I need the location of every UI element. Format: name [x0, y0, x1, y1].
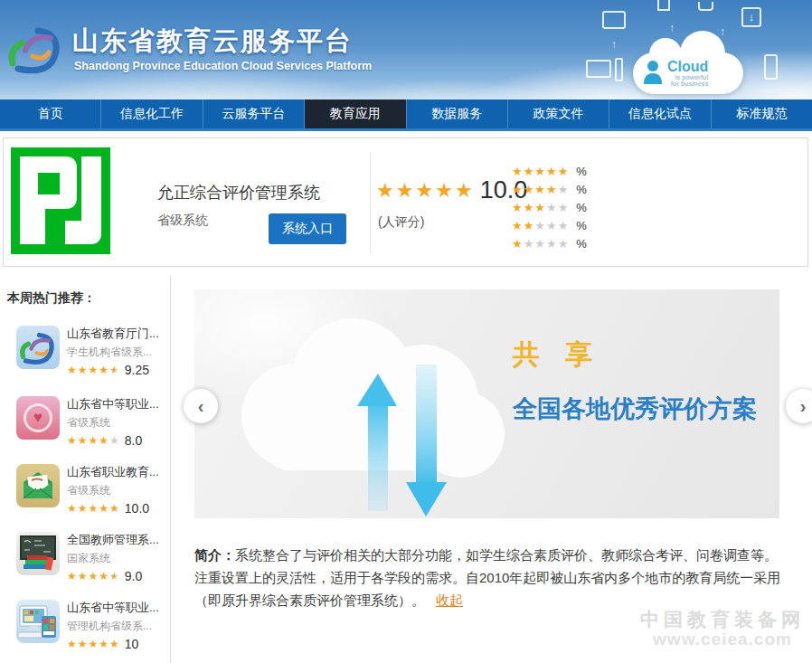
up-arrow-icon: ↑	[669, 22, 675, 34]
watermark-line2: www.ceiea.com	[636, 630, 809, 649]
app-title: 山东省职业教育...	[67, 464, 168, 480]
nav-item-data-services[interactable]: 数据服务	[406, 99, 507, 128]
pj-app-icon	[11, 147, 110, 258]
cloud-upload-download-graphic	[231, 312, 529, 522]
app-subtitle: 省级系统	[67, 415, 168, 431]
app-subtitle: 国家系统	[67, 551, 168, 566]
heart-icon: ♥	[16, 396, 60, 440]
site-subtitle: Shandong Province Education Cloud Servic…	[74, 60, 372, 72]
carousel-prev-button[interactable]: ‹	[184, 389, 218, 423]
app-level-label: 省级系统	[157, 213, 208, 229]
sidebar-title: 本周热门推荐：	[7, 290, 96, 307]
cart-icon	[698, 2, 713, 11]
app-score-suffix: (人评分)	[378, 214, 424, 231]
computer-icon	[16, 600, 60, 643]
breakdown-row-2star: ★★★★★ %	[512, 216, 587, 234]
site-header: 山东省教育云服务平台 Shandong Province Education C…	[0, 0, 812, 99]
app-detail-card: 允正综合评价管理系统 省级系统 系统入口 ★★★★★ 10.0 (人评分) ★★…	[3, 137, 808, 267]
slide-subtitle: 全国各地优秀评价方案	[513, 393, 757, 425]
pc-tower-icon	[615, 58, 623, 81]
cloud-badge-line2: is powerful	[667, 74, 708, 81]
nav-item-policy-docs[interactable]: 政策文件	[507, 99, 609, 128]
calculator-icon	[657, 0, 670, 11]
tablet-icon	[602, 11, 626, 29]
site-title: 山东省教育云服务平台	[72, 24, 353, 60]
hot-recommendations-sidebar: 本周热门推荐： 山东省教育厅门... 学生机构省级系... ★★★★★ 9.25…	[0, 276, 171, 663]
recommended-app-row[interactable]: 山东省职业教育... 省级系统 ★★★★★ 10.0	[0, 464, 171, 522]
app-subtitle: 管理机构省级系...	[67, 619, 168, 634]
divider	[370, 153, 371, 252]
app-score: 9.25	[125, 363, 149, 377]
site-watermark: 中国教育装备网 www.ceiea.com	[636, 610, 809, 649]
app-title: 山东省教育厅门...	[67, 326, 168, 342]
app-score: 10.0	[125, 501, 149, 516]
person-icon	[642, 59, 664, 88]
breakdown-row-1star: ★★★★★ %	[512, 234, 587, 252]
slide-title: 共 享	[513, 336, 601, 374]
up-arrow-icon: ↑	[720, 25, 725, 38]
shandong-swirl-icon	[7, 22, 65, 80]
intro-text: 系统整合了与评价相关的大部分功能，如学生综合素质评价、教师综合考评、问卷调查等。…	[194, 547, 780, 608]
nav-item-cloud-platform[interactable]: 云服务平台	[203, 99, 304, 128]
main-nav: 首页 信息化工作 云服务平台 教育应用 数据服务 政策文件 信息化试点 标准规范	[0, 99, 812, 131]
blackboard-icon	[16, 532, 60, 575]
app-title: 全国教师管理系...	[67, 532, 168, 548]
cloud-badge: Cloud is powerful for business	[633, 52, 743, 94]
cloud-badge-line1: Cloud	[667, 60, 708, 74]
app-score: 8.0	[125, 433, 142, 448]
app-score-stars: ★★★★★	[376, 179, 475, 203]
app-subtitle: 学生机构省级系...	[67, 345, 168, 360]
up-arrow-icon: ↑	[611, 38, 617, 51]
app-subtitle: 省级系统	[67, 483, 168, 498]
app-intro: 简介：系统整合了与评价相关的大部分功能，如学生综合素质评价、教师综合考评、问卷调…	[194, 544, 784, 611]
collapse-link[interactable]: 收起	[436, 592, 463, 608]
app-score: 9.0	[125, 569, 142, 583]
intro-label: 简介：	[194, 547, 235, 563]
nav-item-education-apps[interactable]: 教育应用	[304, 99, 405, 128]
shandong-swirl-icon	[16, 326, 60, 369]
carousel-slide[interactable]: 共 享 全国各地优秀评价方案	[194, 289, 779, 518]
nav-item-standards[interactable]: 标准规范	[711, 99, 812, 128]
nav-item-informatization[interactable]: 信息化工作	[100, 99, 202, 128]
breakdown-row-4star: ★★★★★ %	[512, 180, 587, 198]
site-logo[interactable]: 山东省教育云服务平台 Shandong Province Education C…	[7, 18, 387, 86]
recommended-app-row[interactable]: ♥ 山东省中等职业... 省级系统 ★★★★★ 8.0	[0, 396, 171, 454]
download-icon: ↓	[741, 7, 761, 27]
phone-icon	[764, 54, 778, 80]
recommended-app-row[interactable]: 山东省中等职业... 管理机构省级系... ★★★★★ 10	[0, 600, 171, 658]
system-entry-button[interactable]: 系统入口	[269, 213, 346, 244]
monitor-icon	[586, 60, 611, 78]
watermark-line1: 中国教育装备网	[636, 610, 809, 630]
app-name: 允正综合评价管理系统	[157, 182, 320, 204]
recommended-app-row[interactable]: 山东省教育厅门... 学生机构省级系... ★★★★★ 9.25	[0, 326, 171, 384]
envelope-icon	[16, 464, 60, 507]
recommended-app-row[interactable]: 全国教师管理系... 国家系统 ★★★★★ 9.0	[0, 532, 171, 590]
breakdown-row-5star: ★★★★★ %	[512, 162, 587, 180]
app-title: 山东省中等职业...	[67, 600, 168, 616]
app-score: 10	[125, 637, 139, 651]
carousel-next-button[interactable]: ›	[786, 389, 812, 423]
breakdown-row-3star: ★★★★★ %	[512, 198, 587, 216]
nav-item-pilot[interactable]: 信息化试点	[609, 99, 710, 128]
cloud-badge-line3: for business	[667, 81, 708, 87]
app-title: 山东省中等职业...	[67, 396, 168, 412]
nav-item-home[interactable]: 首页	[0, 99, 100, 128]
rating-breakdown: ★★★★★ % ★★★★★ % ★★★★★ % ★★★★★ % ★★★★★ %	[512, 162, 587, 252]
